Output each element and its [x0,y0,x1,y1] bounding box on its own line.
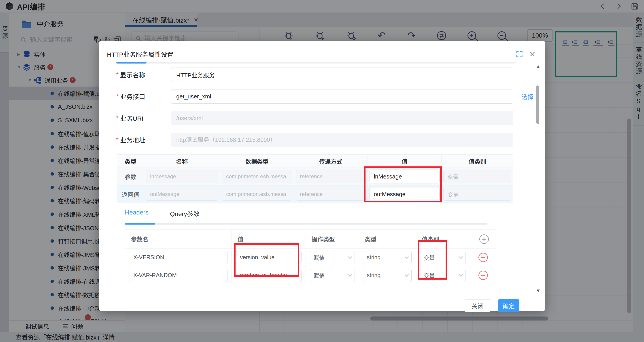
table-row: 参数 [117,168,513,186]
param-value-input[interactable] [370,170,440,184]
table-row: 赋值 string 变量 − [125,248,496,266]
chevron-down-icon [348,255,352,259]
header-value-input[interactable] [236,269,302,282]
chevron-down-icon [459,273,463,277]
remove-row-icon[interactable]: − [478,253,488,262]
dialog-top-scrollbar[interactable] [116,62,516,64]
table-row: 赋值 string 变量 − [125,266,496,284]
service-address-input [171,133,513,147]
add-row-icon[interactable]: + [479,234,489,244]
dialog-footer: 关闭 确定 [116,299,520,312]
header-name-input[interactable] [129,251,228,264]
params-table: 类型 名称 数据类型 传递方式 值 值类别 参数 返回值 [117,154,513,203]
scroll-up-icon[interactable]: ▲ [536,64,540,69]
http-service-properties-dialog: HTTP业务服务属性设置 × *显示名称 *业务接口 选择 *业务URI *业务… [99,41,545,311]
table-row: 返回值 [117,186,513,203]
empty-table-row [125,284,496,294]
header-name-input[interactable] [129,269,228,282]
chevron-down-icon [348,273,352,277]
param-datatype-input [222,170,292,183]
tab-query-params[interactable]: Query参数 [170,209,200,218]
field-service-uri: *业务URI [116,111,520,125]
header-value-input[interactable] [236,251,302,264]
tab-headers[interactable]: Headers [125,209,148,218]
chevron-down-icon [405,255,409,259]
op-type-select[interactable]: 赋值 [310,269,355,282]
fullscreen-icon[interactable] [516,51,523,58]
value-category-select[interactable]: 变量 [420,269,466,282]
close-icon[interactable]: × [530,50,535,58]
param-datatype-input [222,188,292,201]
confirm-button[interactable]: 确定 [498,299,520,312]
field-display-name: *显示名称 [116,68,520,82]
param-value-input[interactable] [370,187,440,201]
dialog-tabs: Headers Query参数 [125,209,520,218]
param-transfer-input [296,170,366,183]
op-type-select[interactable]: 赋值 [310,251,355,264]
tabs-scrollbar[interactable] [125,223,487,224]
scrollbar-thumb[interactable] [536,86,539,124]
remove-row-icon[interactable]: − [478,271,488,280]
field-service-interface: *业务接口 选择 [116,89,520,104]
param-transfer-input [296,188,366,201]
select-interface-link[interactable]: 选择 [522,92,533,101]
field-service-address: *业务地址 [116,133,520,147]
display-name-input[interactable] [171,68,513,82]
dialog-title: HTTP业务服务属性设置 [107,50,516,58]
dialog-vertical-scrollbar[interactable]: ▲ ▼ [536,64,540,293]
dialog-body: *显示名称 *业务接口 选择 *业务URI *业务地址 类型 名称 数据类型 传… [116,68,520,312]
scroll-down-icon[interactable]: ▼ [536,288,540,293]
param-name-input [146,188,218,201]
chevron-down-icon [459,255,463,259]
param-value-category-input [443,188,511,201]
param-name-input [146,170,218,183]
param-value-category-input [443,170,511,183]
headers-table-header: 参数名 值 操作类型 类型 值类别 + [125,230,496,248]
close-button[interactable]: 关闭 [465,299,490,312]
service-interface-input[interactable] [171,89,513,104]
value-category-select[interactable]: 变量 [420,251,466,264]
type-select[interactable]: string [363,269,412,282]
headers-table: 参数名 值 操作类型 类型 值类别 + 赋值 string 变量 − 赋值 st… [125,230,496,294]
chevron-down-icon [405,273,409,277]
type-select[interactable]: string [363,251,412,264]
params-table-header: 类型 名称 数据类型 传递方式 值 值类别 [117,154,513,168]
dialog-header: HTTP业务服务属性设置 × [99,41,545,58]
service-uri-input [171,111,513,125]
